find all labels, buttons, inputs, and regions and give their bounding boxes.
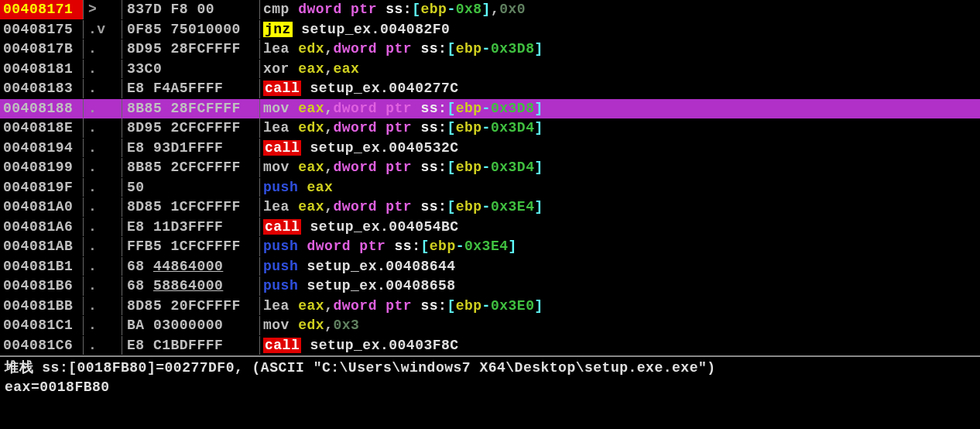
bytes-cell: E8 C1BDFFFF xyxy=(122,336,260,355)
comment-cell xyxy=(701,79,980,98)
comment-cell xyxy=(701,257,980,276)
instruction-cell: mov eax,dword ptr ss:[ebp-0x3D8] xyxy=(260,99,701,118)
disasm-row[interactable]: 004081B6.68 58864000push setup_ex.004086… xyxy=(0,276,980,297)
instruction-cell: call setup_ex.0040277C xyxy=(260,79,701,98)
instruction-cell: call setup_ex.004054BC xyxy=(260,218,701,237)
disasm-row[interactable]: 0040818E.8D95 2CFCFFFFlea edx,dword ptr … xyxy=(0,118,980,139)
disasm-row[interactable]: 00408175.v0F85 75010000jnz setup_ex.0040… xyxy=(0,20,980,40)
disasm-row[interactable]: 0040819F.50push eax xyxy=(0,178,980,198)
hint-cell: . xyxy=(84,257,122,276)
comment-cell xyxy=(701,336,980,355)
bytes-cell: 8D85 1CFCFFFF xyxy=(122,197,260,217)
disasm-row[interactable]: 00408188.8B85 28FCFFFFmov eax,dword ptr … xyxy=(0,99,980,119)
comment-cell xyxy=(701,276,980,296)
bytes-cell: 8B85 2CFCFFFF xyxy=(122,158,260,177)
instruction-cell: call setup_ex.00403F8C xyxy=(260,336,701,355)
address-cell[interactable]: 00408194 xyxy=(0,139,84,158)
instruction-cell: lea edx,dword ptr ss:[ebp-0x3D4] xyxy=(260,118,701,138)
bytes-cell: 50 xyxy=(122,178,260,197)
comment-cell xyxy=(701,316,980,335)
comment-cell xyxy=(701,297,980,316)
disasm-row[interactable]: 004081A0.8D85 1CFCFFFFlea eax,dword ptr … xyxy=(0,197,980,218)
hint-cell: . xyxy=(84,118,122,138)
hint-cell: . xyxy=(84,276,122,296)
address-cell[interactable]: 004081B1 xyxy=(0,257,84,276)
bytes-cell: 837D F8 00 xyxy=(122,0,260,19)
disasm-row[interactable]: 00408181.33C0xor eax,eax xyxy=(0,60,980,80)
address-cell[interactable]: 00408199 xyxy=(0,158,84,177)
address-cell[interactable]: 0040818E xyxy=(0,118,84,138)
hint-cell: . xyxy=(84,218,122,237)
disasm-row[interactable]: 00408194.E8 93D1FFFFcall setup_ex.004053… xyxy=(0,139,980,159)
comment-cell xyxy=(701,20,980,39)
hint-cell: . xyxy=(84,60,122,79)
hint-cell: . xyxy=(84,158,122,177)
address-cell[interactable]: 004081C6 xyxy=(0,336,84,355)
instruction-cell: push dword ptr ss:[ebp-0x3E4] xyxy=(260,237,701,256)
bytes-cell: 33C0 xyxy=(122,60,260,79)
bytes-cell: 68 58864000 xyxy=(122,276,260,296)
address-cell[interactable]: 0040817B xyxy=(0,39,84,59)
bytes-cell: 8D95 28FCFFFF xyxy=(122,39,260,59)
disasm-row[interactable]: 004081BB.8D85 20FCFFFFlea eax,dword ptr … xyxy=(0,297,980,317)
bytes-cell: 0F85 75010000 xyxy=(122,20,260,39)
bytes-cell: 8D85 20FCFFFF xyxy=(122,297,260,316)
disasm-row[interactable]: 004081A6.E8 11D3FFFFcall setup_ex.004054… xyxy=(0,218,980,238)
address-cell[interactable]: 004081B6 xyxy=(0,276,84,296)
bytes-cell: 68 44864000 xyxy=(122,257,260,276)
hint-cell: . xyxy=(84,336,122,355)
address-cell[interactable]: 00408175 xyxy=(0,20,84,39)
hint-cell: . xyxy=(84,79,122,98)
hint-cell: .v xyxy=(84,20,122,39)
address-cell[interactable]: 00408188 xyxy=(0,99,84,118)
comment-cell xyxy=(701,39,980,59)
address-cell[interactable]: 004081C1 xyxy=(0,316,84,335)
hint-cell: . xyxy=(84,178,122,197)
comment-cell xyxy=(701,118,980,138)
bytes-cell: BA 03000000 xyxy=(122,316,260,335)
hint-cell: . xyxy=(84,39,122,59)
disasm-row[interactable]: 004081C6.E8 C1BDFFFFcall setup_ex.00403F… xyxy=(0,336,980,356)
instruction-cell: lea eax,dword ptr ss:[ebp-0x3E4] xyxy=(260,197,701,217)
address-cell[interactable]: 00408171 xyxy=(0,0,84,19)
disasm-row[interactable]: 004081B1.68 44864000push setup_ex.004086… xyxy=(0,257,980,277)
address-cell[interactable]: 004081AB xyxy=(0,237,84,256)
address-cell[interactable]: 004081BB xyxy=(0,297,84,316)
disasm-row[interactable]: 00408199.8B85 2CFCFFFFmov eax,dword ptr … xyxy=(0,158,980,178)
hint-cell: > xyxy=(84,0,122,19)
instruction-cell: push setup_ex.00408658 xyxy=(260,276,701,296)
hint-cell: . xyxy=(84,237,122,256)
instruction-cell: cmp dword ptr ss:[ebp-0x8],0x0 xyxy=(260,0,701,19)
comment-cell xyxy=(701,178,980,197)
address-cell[interactable]: 004081A6 xyxy=(0,218,84,237)
disasm-row[interactable]: 004081AB.FFB5 1CFCFFFFpush dword ptr ss:… xyxy=(0,237,980,257)
bytes-cell: 8B85 28FCFFFF xyxy=(122,99,260,118)
address-cell[interactable]: 004081A0 xyxy=(0,197,84,217)
disasm-row[interactable]: 00408183.E8 F4A5FFFFcall setup_ex.004027… xyxy=(0,79,980,99)
comment-cell xyxy=(701,99,980,118)
instruction-cell: push setup_ex.00408644 xyxy=(260,257,701,276)
info-line-1: 堆栈 ss:[0018FB80]=00277DF0, (ASCII "C:\Us… xyxy=(0,357,980,376)
comment-cell xyxy=(701,0,980,19)
address-cell[interactable]: 00408183 xyxy=(0,79,84,98)
bytes-cell: E8 F4A5FFFF xyxy=(122,79,260,98)
bytes-cell: FFB5 1CFCFFFF xyxy=(122,237,260,256)
disasm-row[interactable]: 004081C1.BA 03000000mov edx,0x3 xyxy=(0,316,980,336)
instruction-cell: mov edx,0x3 xyxy=(260,316,701,335)
instruction-cell: call setup_ex.0040532C xyxy=(260,139,701,158)
comment-cell xyxy=(701,218,980,237)
disassembly-panel[interactable]: 00408171>837D F8 00cmp dword ptr ss:[ebp… xyxy=(0,0,980,355)
instruction-cell: lea edx,dword ptr ss:[ebp-0x3D8] xyxy=(260,39,701,59)
info-line-2: eax=0018FB80 xyxy=(0,376,980,396)
instruction-cell: mov eax,dword ptr ss:[ebp-0x3D4] xyxy=(260,158,701,177)
address-cell[interactable]: 00408181 xyxy=(0,60,84,79)
disasm-row[interactable]: 0040817B.8D95 28FCFFFFlea edx,dword ptr … xyxy=(0,39,980,60)
address-cell[interactable]: 0040819F xyxy=(0,178,84,197)
instruction-cell: xor eax,eax xyxy=(260,60,701,79)
disasm-row[interactable]: 00408171>837D F8 00cmp dword ptr ss:[ebp… xyxy=(0,0,980,20)
bytes-cell: 8D95 2CFCFFFF xyxy=(122,118,260,138)
comment-cell xyxy=(701,237,980,256)
comment-cell xyxy=(701,158,980,177)
instruction-cell: jnz setup_ex.004082F0 xyxy=(260,20,701,39)
hint-cell: . xyxy=(84,139,122,158)
